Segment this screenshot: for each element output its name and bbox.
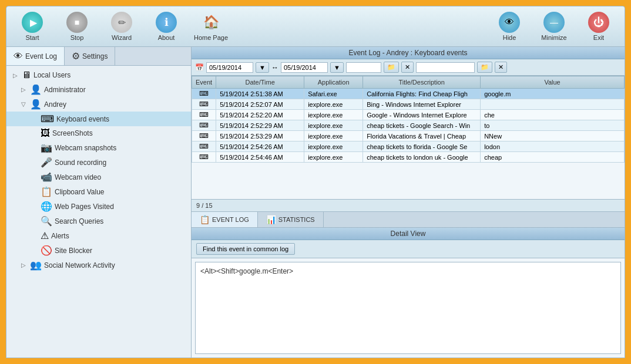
tree-item-search-queries[interactable]: 🔍 Search Queries: [6, 214, 191, 228]
tab-bottom-event-log[interactable]: 📋 EVENT LOG: [192, 212, 258, 227]
clipboard-icon: 📋: [41, 186, 52, 197]
stop-label: Stop: [71, 34, 84, 41]
filter-from-input[interactable]: [206, 62, 253, 73]
find-event-button[interactable]: Find this event in common log: [196, 243, 295, 255]
cell-application: iexplore.exe: [304, 120, 363, 131]
about-icon: [156, 12, 177, 33]
tree-item-web-pages[interactable]: 🌐 Web Pages Visited: [6, 199, 191, 214]
start-button[interactable]: Start: [11, 9, 53, 44]
tree-item-andrey[interactable]: ▽ 👤 Andrey: [6, 97, 191, 112]
social-network-icon: 👥: [30, 259, 42, 271]
administrator-label: Administrator: [44, 86, 86, 94]
cell-title: cheap tickets to london uk - Google: [363, 152, 481, 163]
tree-item-local-users[interactable]: ▷ 🖥 Local Users: [6, 68, 191, 82]
tree-item-screenshots[interactable]: 🖼 ScreenShots: [6, 126, 191, 140]
title-filter-browse[interactable]: 📁: [477, 62, 492, 73]
stop-button[interactable]: Stop: [56, 9, 98, 44]
cell-event: ⌨: [192, 99, 216, 110]
filter-separator: ↔: [271, 63, 278, 72]
exit-button[interactable]: Exit: [578, 9, 620, 44]
cell-value: to: [481, 120, 625, 131]
hide-label: Hide: [503, 34, 516, 41]
minimize-button[interactable]: Minimize: [533, 9, 575, 44]
filter-to-input[interactable]: [281, 62, 328, 73]
app-filter-input[interactable]: [346, 62, 381, 73]
tab-event-log[interactable]: 👁 Event Log: [6, 47, 65, 65]
app-filter-clear[interactable]: ✕: [401, 62, 414, 73]
social-network-label: Social Network Activity: [44, 261, 115, 269]
web-pages-icon: 🌐: [41, 201, 52, 212]
tree-item-administrator[interactable]: ▷ 👤 Administrator: [6, 82, 191, 97]
tree-item-clipboard[interactable]: 📋 Clipboard Value: [6, 184, 191, 199]
filter-from-picker[interactable]: ▼: [256, 62, 269, 73]
about-button[interactable]: About: [145, 9, 187, 44]
table-row[interactable]: ⌨ 5/19/2014 2:53:29 AM iexplore.exe Flor…: [192, 131, 625, 141]
cell-value: google.m: [481, 89, 625, 99]
cell-event: ⌨: [192, 89, 216, 99]
table-row[interactable]: ⌨ 5/19/2014 2:52:20 AM iexplore.exe Goog…: [192, 110, 625, 120]
tree-item-keyboard-events[interactable]: ⌨ Keyboard events: [6, 112, 191, 126]
search-queries-label: Search Queries: [55, 217, 103, 225]
event-log-tab-icon: 👁: [14, 51, 23, 62]
local-users-icon: 🖥: [22, 70, 31, 80]
site-blocker-label: Site Blocker: [55, 247, 92, 255]
tree-item-social-network[interactable]: ▷ 👥 Social Network Activity: [6, 258, 191, 272]
hide-button[interactable]: Hide: [488, 9, 531, 44]
cell-event: ⌨: [192, 110, 216, 120]
tree-item-webcam-video[interactable]: 📹 Webcam video: [6, 170, 191, 184]
cell-event: ⌨: [192, 131, 216, 141]
tab-bottom-statistics[interactable]: 📊 STATISTICS: [258, 212, 324, 227]
cell-value: NNew: [481, 131, 625, 141]
toolbar: Start Stop Wizard About Home Page Hide: [6, 6, 625, 47]
settings-tab-icon: ⚙: [72, 50, 80, 62]
home-icon: [200, 12, 221, 33]
wizard-icon: [111, 12, 132, 33]
table-row[interactable]: ⌨ 5/19/2014 2:54:26 AM iexplore.exe chea…: [192, 141, 625, 152]
screenshots-icon: 🖼: [41, 128, 50, 139]
exit-label: Exit: [593, 34, 604, 41]
tab-event-log-label: Event Log: [25, 52, 57, 60]
keyboard-icon: ⌨: [41, 113, 54, 124]
expand-icon-local-users: ▷: [11, 72, 19, 79]
table-row[interactable]: ⌨ 5/19/2014 2:52:29 AM iexplore.exe chea…: [192, 120, 625, 131]
wizard-button[interactable]: Wizard: [100, 9, 143, 44]
eventlog-header: Event Log - Andrey : Keyboard events: [192, 47, 625, 59]
homepage-button[interactable]: Home Page: [190, 9, 232, 44]
col-event: Event: [192, 76, 216, 89]
cell-datetime: 5/19/2014 2:52:20 AM: [216, 110, 304, 120]
filter-to-picker[interactable]: ▼: [330, 62, 344, 73]
sound-recording-icon: 🎤: [41, 157, 52, 168]
minimize-icon: [543, 12, 565, 33]
cell-event: ⌨: [192, 152, 216, 163]
tree-item-site-blocker[interactable]: 🚫 Site Blocker: [6, 243, 191, 258]
tab-settings[interactable]: ⚙ Settings: [65, 47, 115, 65]
detail-section: Detail View Find this event in common lo…: [192, 228, 625, 358]
tree-item-webcam-snapshots[interactable]: 📷 Webcam snapshots: [6, 140, 191, 155]
tree: ▷ 🖥 Local Users ▷ 👤 Administrator ▽ 👤 An…: [6, 66, 191, 358]
cell-title: cheap tickets - Google Search - Win: [363, 120, 481, 131]
start-icon: [22, 12, 43, 33]
alerts-icon: ⚠: [41, 230, 49, 241]
title-filter-input[interactable]: [416, 62, 475, 73]
bottom-stats-label: STATISTICS: [278, 216, 315, 223]
tree-item-sound-recording[interactable]: 🎤 Sound recording: [6, 155, 191, 170]
table-row[interactable]: ⌨ 5/19/2014 2:54:46 AM iexplore.exe chea…: [192, 152, 625, 163]
bottom-tabs: 📋 EVENT LOG 📊 STATISTICS: [192, 211, 625, 228]
title-filter-clear[interactable]: ✕: [495, 62, 507, 73]
left-panel: 👁 Event Log ⚙ Settings ▷ 🖥 Local Users ▷: [6, 47, 192, 358]
tab-settings-label: Settings: [82, 52, 108, 60]
minimize-label: Minimize: [541, 34, 566, 41]
left-tabs: 👁 Event Log ⚙ Settings: [6, 47, 191, 66]
detail-title: Detail View: [391, 230, 426, 238]
expand-icon-andrey: ▽: [19, 101, 28, 107]
content-area: 👁 Event Log ⚙ Settings ▷ 🖥 Local Users ▷: [6, 47, 625, 358]
hide-icon: [499, 12, 520, 33]
table-row[interactable]: ⌨ 5/19/2014 2:51:38 AM Safari.exe Califo…: [192, 89, 625, 99]
table-row[interactable]: ⌨ 5/19/2014 2:52:07 AM iexplore.exe Bing…: [192, 99, 625, 110]
event-table-wrapper: Event Date/Time Application Title/Descri…: [192, 76, 625, 199]
app-filter-browse[interactable]: 📁: [384, 62, 399, 73]
bottom-eventlog-icon: 📋: [200, 215, 210, 224]
bottom-stats-icon: 📊: [266, 215, 276, 224]
tree-item-alerts[interactable]: ⚠ Alerts: [6, 228, 191, 243]
cell-application: Safari.exe: [304, 89, 363, 99]
